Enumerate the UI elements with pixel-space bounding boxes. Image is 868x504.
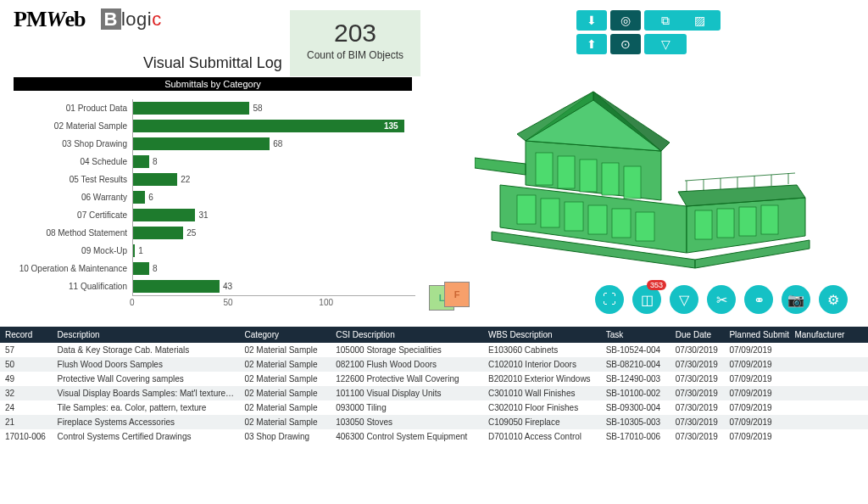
- table-cell: 07/09/2019: [724, 386, 789, 400]
- chart-bar[interactable]: [133, 173, 177, 186]
- chart-bar-value: 58: [253, 104, 262, 113]
- view-cube-front[interactable]: F: [444, 282, 470, 307]
- table-cell: 07/30/2019: [670, 429, 725, 444]
- clear-filter-button[interactable]: ▽: [670, 285, 698, 314]
- chart-title: Submittals by Category: [14, 77, 412, 91]
- submittals-chart: 01 Product Data02 Material Sample03 Shop…: [14, 99, 415, 307]
- table-header[interactable]: CSI Description: [331, 327, 483, 343]
- table-cell: 50: [0, 357, 53, 372]
- chart-category-label: 07 Certificate: [14, 206, 127, 224]
- move-up-button[interactable]: ⬆: [576, 34, 607, 54]
- chart-bar[interactable]: [133, 227, 183, 239]
- filter-button[interactable]: ▽: [644, 34, 687, 54]
- table-cell: C102010 Interior Doors: [483, 357, 601, 372]
- svg-rect-15: [517, 195, 536, 224]
- svg-line-32: [685, 173, 795, 181]
- table-cell: 07/09/2019: [724, 429, 789, 444]
- expand-button[interactable]: ⛶: [595, 285, 624, 314]
- table-cell: 17010-006: [0, 429, 53, 444]
- cut-button[interactable]: ✂: [707, 285, 736, 314]
- chart-bar[interactable]: [133, 191, 145, 204]
- chart-bar[interactable]: [133, 120, 404, 132]
- table-cell: D701010 Access Control: [483, 429, 601, 444]
- table-header[interactable]: Planned Submit: [724, 327, 789, 343]
- table-row[interactable]: 50Flush Wood Doors Samples02 Material Sa…: [0, 357, 868, 372]
- table-header[interactable]: Category: [239, 327, 331, 343]
- table-cell: 406300 Control System Equipment: [331, 429, 483, 444]
- table-row[interactable]: 17010-006Control Systems Certified Drawi…: [0, 429, 868, 444]
- table-cell: 57: [0, 343, 53, 357]
- chart-category-label: 10 Operation & Maintenance: [14, 260, 127, 277]
- svg-rect-24: [761, 205, 778, 234]
- table-header[interactable]: Manufacturer: [789, 327, 868, 343]
- table-cell: [789, 400, 868, 415]
- table-cell: 02 Material Sample: [239, 400, 331, 415]
- bim-count-card: 203 Count of BIM Objects: [290, 10, 420, 76]
- svg-rect-23: [739, 207, 756, 236]
- chart-bar[interactable]: [133, 102, 249, 115]
- table-cell: 105000 Storage Specialities: [331, 343, 483, 357]
- table-header[interactable]: Task: [601, 327, 670, 343]
- table-cell: SB-08210-004: [601, 357, 670, 372]
- bim-count-label: Count of BIM Objects: [290, 49, 420, 61]
- chart-bar-value: 68: [273, 139, 282, 148]
- table-cell: SB-10524-004: [601, 343, 670, 357]
- chart-bar[interactable]: [133, 155, 149, 168]
- table-cell: 07/30/2019: [670, 400, 725, 415]
- bim-count-value: 203: [290, 19, 420, 48]
- table-cell: 07/30/2019: [670, 343, 725, 357]
- chart-x-tick: 100: [233, 298, 334, 307]
- table-row[interactable]: 24Tile Samples: ea. Color, pattern, text…: [0, 400, 868, 415]
- focus-button[interactable]: ⊙: [610, 34, 641, 54]
- chart-bar-value: 43: [223, 282, 232, 291]
- table-cell: 21: [0, 415, 53, 429]
- table-row[interactable]: 57Data & Key Storage Cab. Materials02 Ma…: [0, 343, 868, 357]
- table-cell: 02 Material Sample: [239, 357, 331, 372]
- select-button[interactable]: ◫353: [632, 285, 661, 314]
- snapshot-button[interactable]: 📷: [782, 285, 810, 314]
- settings-button[interactable]: ⚙: [819, 285, 848, 314]
- submittal-table[interactable]: RecordDescriptionCategoryCSI Description…: [0, 327, 868, 444]
- move-down-button[interactable]: ⬇: [576, 10, 607, 31]
- table-cell: Visual Display Boards Samples: Mat'l tex…: [53, 386, 240, 400]
- table-header[interactable]: Record: [0, 327, 53, 343]
- table-cell: Control Systems Certified Drawings: [53, 429, 240, 444]
- view-cube[interactable]: L F: [429, 277, 466, 314]
- table-header[interactable]: Description: [53, 327, 240, 343]
- chart-category-label: 08 Method Statement: [14, 224, 127, 242]
- chart-bar[interactable]: [133, 262, 149, 275]
- table-cell: 07/09/2019: [724, 400, 789, 415]
- table-cell: C109050 Fireplace: [483, 415, 601, 429]
- svg-rect-20: [636, 212, 654, 241]
- chart-category-label: 09 Mock-Up: [14, 242, 127, 260]
- table-cell: Data & Key Storage Cab. Materials: [53, 343, 240, 357]
- link-button[interactable]: ⚭: [744, 285, 773, 314]
- table-cell: SB-10100-002: [601, 386, 670, 400]
- table-cell: SB-09300-004: [601, 400, 670, 415]
- svg-rect-13: [602, 163, 619, 195]
- table-cell: 07/30/2019: [670, 357, 725, 372]
- table-cell: [789, 429, 868, 444]
- table-header[interactable]: Due Date: [670, 327, 725, 343]
- building-model[interactable]: [475, 83, 814, 278]
- logo-blogic: Blogic: [101, 8, 162, 31]
- table-row[interactable]: 49Protective Wall Covering samples02 Mat…: [0, 372, 868, 386]
- chart-bar[interactable]: [133, 280, 220, 293]
- chart-bar[interactable]: [133, 209, 195, 221]
- table-cell: [789, 343, 868, 357]
- chart-bar[interactable]: [133, 137, 270, 150]
- orbit-button[interactable]: ◎: [610, 10, 641, 31]
- svg-rect-19: [612, 209, 631, 238]
- table-row[interactable]: 21Fireplace Systems Accessories02 Materi…: [0, 415, 868, 429]
- chart-x-tick: 50: [132, 298, 233, 307]
- table-cell: SB-17010-006: [601, 429, 670, 444]
- bim-viewer[interactable]: ⬇ ◎ ⧉ ▨ ⬆ ⊙ ▽: [424, 7, 858, 321]
- hatch-button[interactable]: ▨: [678, 10, 721, 31]
- table-cell: 07/30/2019: [670, 386, 725, 400]
- table-cell: Flush Wood Doors Samples: [53, 357, 240, 372]
- chart-bar[interactable]: [133, 244, 135, 257]
- table-row[interactable]: 32Visual Display Boards Samples: Mat'l t…: [0, 386, 868, 400]
- table-header[interactable]: WBS Description: [483, 327, 601, 343]
- table-cell: 07/09/2019: [724, 343, 789, 357]
- svg-rect-10: [536, 153, 553, 185]
